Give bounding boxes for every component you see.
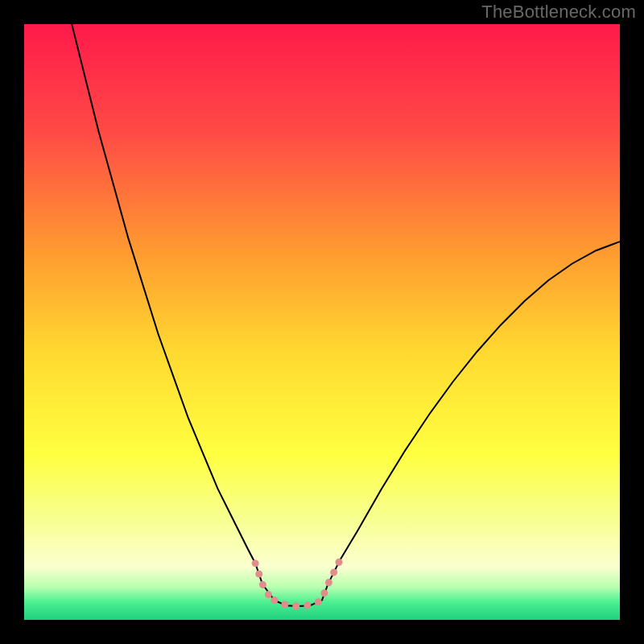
watermark-text: TheBottleneck.com xyxy=(481,2,636,23)
plot-background xyxy=(24,24,620,620)
chart-frame: TheBottleneck.com xyxy=(0,0,644,644)
bottleneck-chart xyxy=(0,0,644,644)
